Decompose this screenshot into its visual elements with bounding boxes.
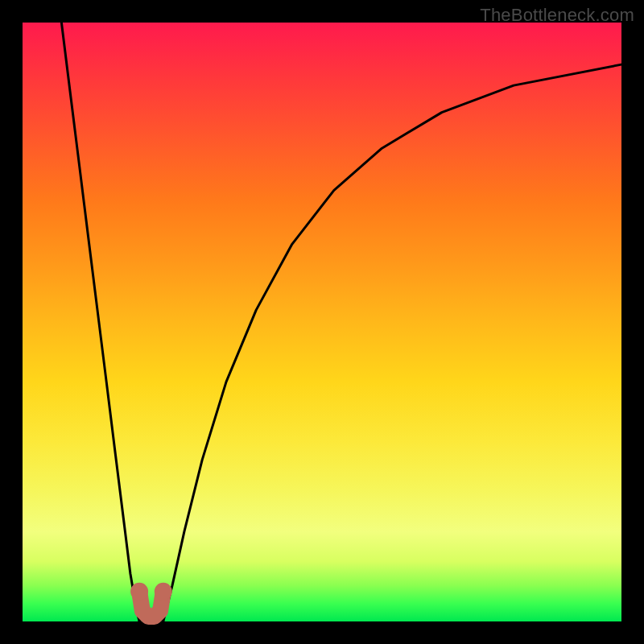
bottleneck-curve-right-ascent [163, 64, 621, 621]
watermark-text: TheBottleneck.com [480, 5, 634, 26]
chart-svg [23, 23, 621, 621]
valley-marker-dot [155, 583, 172, 601]
valley-marker-dot [130, 583, 148, 601]
chart-frame: TheBottleneck.com [0, 0, 644, 644]
bottleneck-curve-left-descent [61, 23, 139, 621]
